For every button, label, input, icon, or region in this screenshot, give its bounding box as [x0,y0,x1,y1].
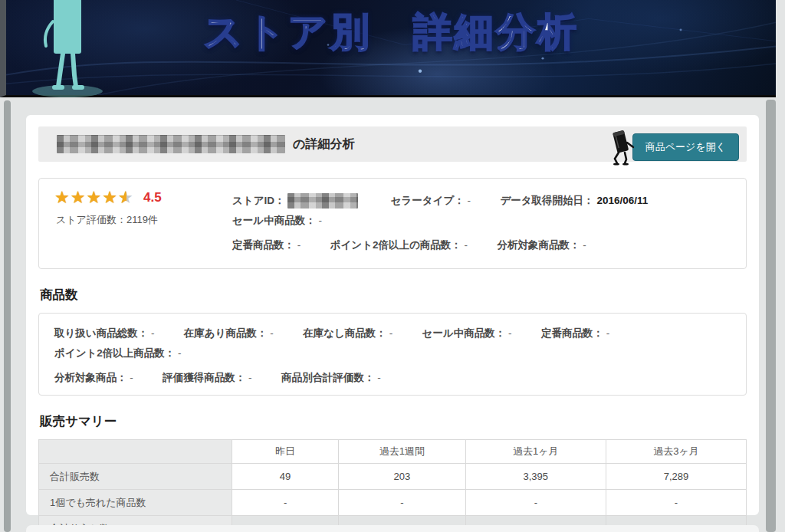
sales-summary-heading: 販売サマリー [40,413,747,430]
table-row-total-sales: 合計販売数 49 203 3,395 7,289 [39,464,747,490]
store-title-suffix: の詳細分析 [293,136,354,153]
field-total-items: 取り扱い商品総数： - [54,323,154,343]
sales-summary-table: 昨日 過去1週間 過去1ヶ月 過去3ヶ月 合計販売数 49 203 3,395 … [38,439,747,532]
field-out-of-stock-items: 在庫なし商品数： - [303,323,392,343]
open-product-page-button[interactable]: 商品ページを開く [632,133,739,161]
field-standard-items: 定番商品数： - [232,235,301,255]
store-info-row-2: 定番商品数： - ポイント2倍以上の商品数： - 分析対象商品数： - [232,235,732,255]
store-detail-header: の詳細分析 商品ページを開く [38,126,747,162]
star-icon: ★★★★ [54,188,118,207]
header-actions: 商品ページを開く [608,127,739,161]
field-total-item-ratings: 商品別合計評価数： - [281,368,381,387]
field-analysis-target-items: 分析対象商品： - [54,368,133,387]
product-counts-row-2: 分析対象商品： - 評価獲得商品数： - 商品別合計評価数： - [54,367,732,387]
field-rated-items: 評価獲得商品数： - [163,368,251,387]
store-title: の詳細分析 [57,135,354,153]
page-banner: ストア別 詳細分析 [0,0,776,97]
next-section-card-top [26,525,759,532]
field-analyzed-items: 分析対象商品数： - [498,235,586,255]
rating-count: ストア評価数：2119件 [54,213,232,227]
summary-header-row: 昨日 過去1週間 過去1ヶ月 過去3ヶ月 [39,440,747,464]
product-counts-row-1: 取り扱い商品総数： - 在庫あり商品数： - 在庫なし商品数： - セール中商品… [54,323,732,363]
field-double-point-items: ポイント2倍以上の商品数： - [330,235,468,255]
field-standard-items-count: 定番商品数： - [541,323,609,343]
field-double-point-items-count: ポイント2倍以上商品数： - [54,343,182,363]
table-row-items-sold-at-least-once: 1個でも売れた商品数 - - - - [39,490,747,516]
store-info-box: ★★★★★★ 4.5 ストア評価数：2119件 ストアID： セラータイプ： -… [38,178,747,269]
field-seller-type: セラータイプ： - [391,191,471,210]
field-in-stock-items: 在庫あり商品数： - [184,323,274,343]
field-store-id: ストアID： [232,191,361,210]
half-star-icon: ★★ [118,189,134,207]
page-title: ストア別 詳細分析 [6,6,776,59]
right-scrollbar[interactable] [766,100,776,532]
masked-store-name [57,135,285,153]
rating-value: 4.5 [143,190,162,205]
summary-col-past-week: 過去1週間 [339,440,466,464]
left-scrollbar[interactable] [4,100,11,532]
star-rating-icons: ★★★★★★ [54,189,134,207]
store-rating-block: ★★★★★★ 4.5 ストア評価数：2119件 [54,189,232,259]
store-info-fields: ストアID： セラータイプ： - データ取得開始日： 2016/06/11 セー… [232,189,732,259]
summary-col-yesterday: 昨日 [232,440,339,464]
field-data-start-date: データ取得開始日： 2016/06/11 [500,191,648,210]
pen-mascot-icon [608,127,636,166]
product-counts-heading: 商品数 [40,287,747,304]
summary-col-past-month: 過去1ヶ月 [465,440,606,464]
masked-store-id [287,193,358,209]
summary-col-past-3months: 過去3ヶ月 [606,440,746,464]
summary-corner-cell [39,440,232,464]
store-detail-card: の詳細分析 商品ページを開く ★★★★★★ 4.5 ストア評価数：211 [26,115,759,515]
product-counts-box: 取り扱い商品総数： - 在庫あり商品数： - 在庫なし商品数： - セール中商品… [38,313,747,396]
field-sale-items: セール中商品数： - [232,211,322,230]
store-info-row-1: ストアID： セラータイプ： - データ取得開始日： 2016/06/11 セー… [232,190,732,230]
field-on-sale-items: セール中商品数： - [422,323,512,343]
